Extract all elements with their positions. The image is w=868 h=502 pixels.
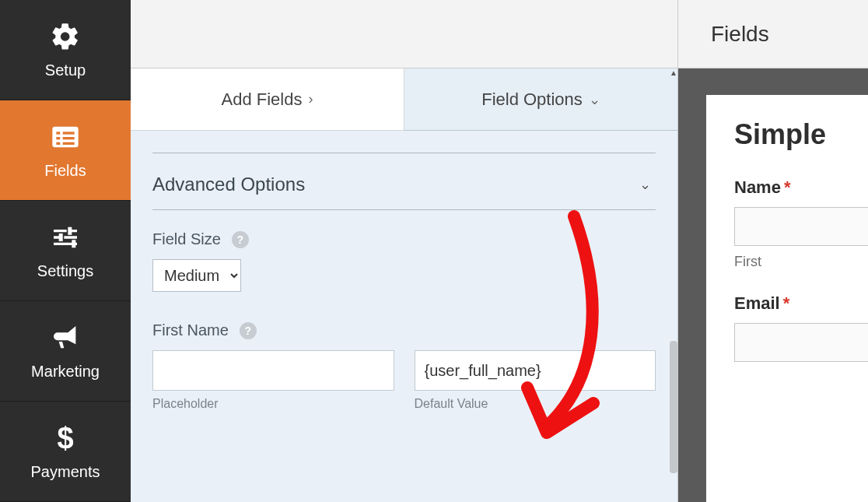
nav-label: Payments: [31, 463, 100, 481]
scroll-thumb[interactable]: [670, 341, 677, 473]
scrollbar[interactable]: ▲: [668, 68, 677, 502]
tab-add-fields[interactable]: Add Fields ›: [131, 68, 404, 131]
label-text: Email: [734, 293, 780, 313]
preview-email-input[interactable]: [734, 323, 868, 362]
gear-icon: [50, 21, 81, 52]
help-icon[interactable]: ?: [240, 322, 257, 339]
nav-label: Settings: [37, 262, 93, 280]
sidebar: Setup Fields Settings Marketing $ Paymen…: [0, 0, 131, 502]
field-size-label: Field Size: [152, 230, 221, 248]
form-preview-card: Simple Name* First Email*: [706, 95, 868, 502]
help-icon[interactable]: ?: [232, 231, 249, 248]
tab-field-options[interactable]: Field Options ⌄: [404, 68, 677, 131]
nav-fields[interactable]: Fields: [0, 100, 131, 201]
first-name-default-value-input[interactable]: [415, 350, 656, 391]
tabs: Add Fields › Field Options ⌄: [131, 68, 677, 131]
preview-name-input[interactable]: [734, 207, 868, 246]
form-title: Simple: [734, 118, 868, 151]
divider: [152, 209, 656, 210]
nav-settings[interactable]: Settings: [0, 201, 131, 301]
first-name-label-row: First Name ?: [152, 321, 656, 339]
chevron-down-icon: ⌄: [589, 91, 600, 108]
tab-label: Field Options: [481, 90, 583, 110]
svg-rect-4: [63, 137, 75, 139]
label-text: Name: [734, 177, 781, 197]
chevron-right-icon: ›: [308, 91, 313, 107]
tab-label: Add Fields: [222, 90, 303, 110]
svg-rect-2: [63, 132, 75, 134]
required-mark: *: [783, 293, 790, 313]
preview-name-sub: First: [734, 254, 868, 270]
chevron-down-icon: ⌄: [639, 176, 656, 193]
svg-rect-3: [56, 137, 60, 139]
first-name-inputs: Placeholder Default Value: [152, 350, 656, 411]
list-icon: [50, 121, 81, 153]
section-title: Advanced Options: [152, 174, 305, 195]
preview-name-label: Name*: [734, 177, 868, 198]
nav-marketing[interactable]: Marketing: [0, 301, 131, 402]
scroll-up-arrow[interactable]: ▲: [670, 68, 677, 77]
panel-top: [131, 0, 677, 68]
options-panel: Add Fields › Field Options ⌄ Advanced Op…: [131, 0, 678, 502]
required-mark: *: [784, 177, 791, 197]
preview-pane: Fields Simple Name* First Email*: [678, 0, 868, 502]
svg-rect-5: [56, 142, 60, 144]
nav-label: Setup: [45, 61, 86, 79]
preview-body: Simple Name* First Email*: [678, 68, 868, 502]
field-size-label-row: Field Size ?: [152, 230, 656, 248]
section-advanced-options[interactable]: Advanced Options ⌄: [152, 170, 656, 209]
preview-header-title: Fields: [711, 22, 769, 47]
svg-rect-1: [56, 132, 60, 134]
dollar-icon: $: [50, 423, 81, 454]
panel-body: Advanced Options ⌄ Field Size ? Medium F…: [131, 131, 677, 502]
placeholder-sublabel: Placeholder: [152, 397, 394, 411]
nav-label: Marketing: [31, 363, 100, 381]
nav-payments[interactable]: $ Payments: [0, 402, 131, 502]
first-name-placeholder-input[interactable]: [152, 350, 394, 391]
nav-label: Fields: [44, 162, 86, 180]
svg-rect-6: [63, 142, 75, 144]
bullhorn-icon: [50, 322, 81, 353]
default-value-sublabel: Default Value: [415, 397, 656, 411]
field-size-select[interactable]: Medium: [152, 259, 241, 292]
preview-header: Fields: [678, 0, 868, 68]
divider: [152, 153, 656, 153]
nav-setup[interactable]: Setup: [0, 0, 131, 100]
sliders-icon: [50, 222, 81, 253]
first-name-label: First Name: [152, 321, 229, 339]
preview-email-label: Email*: [734, 293, 868, 314]
